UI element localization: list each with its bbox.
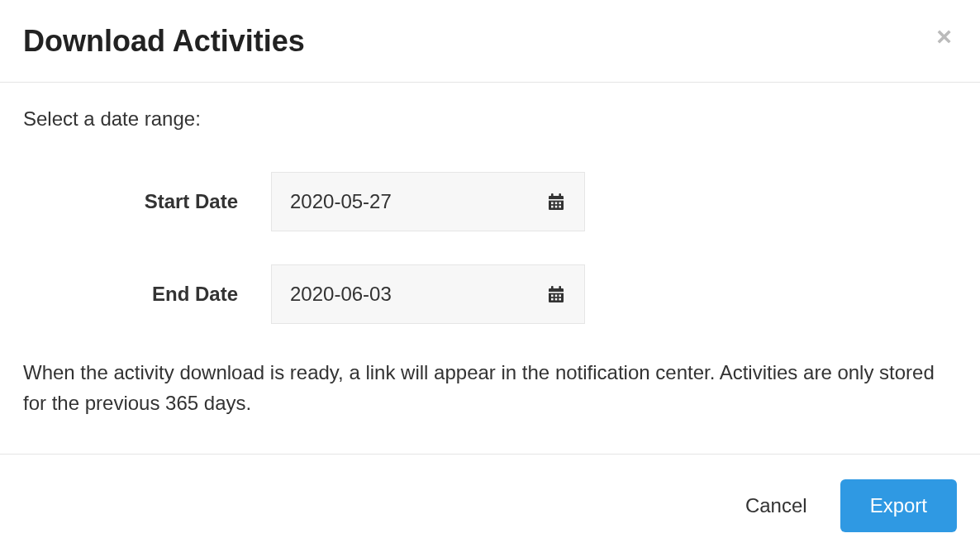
- svg-rect-14: [551, 295, 554, 298]
- calendar-icon[interactable]: [546, 284, 566, 304]
- start-date-label: Start Date: [23, 190, 271, 213]
- cancel-button[interactable]: Cancel: [745, 494, 807, 517]
- svg-rect-3: [559, 193, 561, 198]
- svg-rect-8: [555, 206, 558, 208]
- svg-rect-1: [549, 199, 564, 201]
- svg-rect-5: [555, 202, 558, 205]
- svg-rect-11: [549, 292, 564, 293]
- date-range-prompt: Select a date range:: [23, 107, 957, 131]
- export-button[interactable]: Export: [840, 479, 957, 532]
- svg-rect-13: [559, 286, 561, 290]
- svg-rect-17: [551, 298, 554, 301]
- svg-rect-12: [551, 286, 554, 290]
- end-date-input-wrap[interactable]: [271, 264, 585, 324]
- end-date-row: End Date: [23, 264, 957, 324]
- modal-title: Download Activities: [23, 23, 305, 59]
- close-button[interactable]: ×: [931, 23, 957, 50]
- modal-body: Select a date range: Start Date: [0, 83, 980, 454]
- svg-rect-4: [551, 202, 554, 205]
- modal-header: Download Activities ×: [0, 0, 980, 83]
- end-date-input[interactable]: [290, 283, 505, 306]
- svg-rect-6: [559, 202, 561, 205]
- svg-rect-2: [551, 193, 554, 198]
- helper-text: When the activity download is ready, a l…: [23, 357, 957, 418]
- svg-rect-15: [555, 295, 558, 298]
- close-icon: ×: [936, 21, 952, 51]
- svg-rect-9: [559, 206, 561, 208]
- calendar-icon[interactable]: [546, 192, 566, 212]
- svg-rect-18: [555, 298, 558, 301]
- modal-footer: Cancel Export: [0, 454, 980, 557]
- start-date-row: Start Date: [23, 172, 957, 231]
- download-activities-modal: Download Activities × Select a date rang…: [0, 0, 980, 557]
- start-date-input-wrap[interactable]: [271, 172, 585, 231]
- end-date-label: End Date: [23, 283, 271, 306]
- svg-rect-16: [559, 295, 561, 298]
- svg-rect-19: [559, 298, 561, 301]
- start-date-input[interactable]: [290, 190, 505, 213]
- svg-rect-7: [551, 206, 554, 208]
